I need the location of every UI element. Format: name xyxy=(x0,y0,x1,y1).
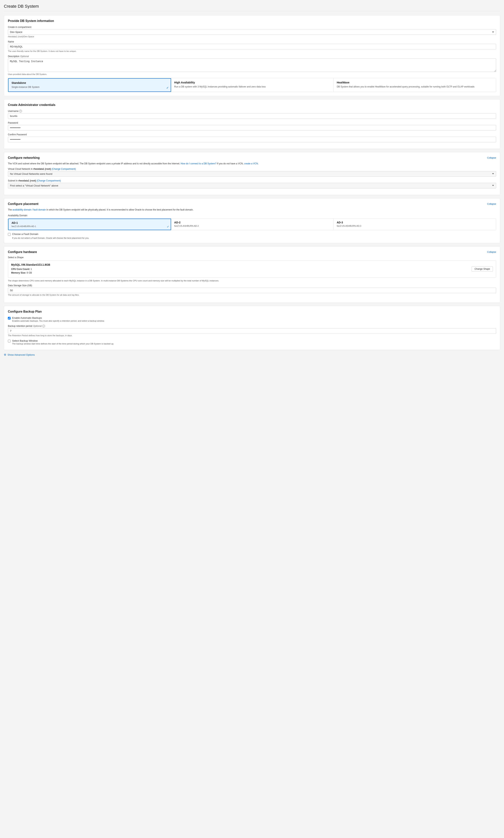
ad3-sub: fwcZ:US-ASHBURN-AD-3 xyxy=(337,225,493,227)
username-field: Username i xyxy=(8,110,496,119)
ad1-check: ✓ xyxy=(167,225,169,228)
description-label: Description Optional xyxy=(8,55,496,58)
name-input[interactable] xyxy=(8,44,496,49)
username-label: Username i xyxy=(8,110,496,112)
select-backup-window-hint: The backup window start time defines the… xyxy=(12,343,114,345)
description-textarea[interactable]: MySQL Testing Instance xyxy=(8,58,496,72)
placement-collapse[interactable]: Collapse xyxy=(487,203,496,205)
fault-domain-row: Choose a Fault Domain xyxy=(8,233,496,236)
subnet-select-wrapper: First select a "Virtual Cloud Network" a… xyxy=(8,183,496,189)
shape-box: MySQL.VM.Standard.E3.1.8GB CPU Core Coun… xyxy=(8,260,496,278)
ad2-sub: fwcZ:US-ASHBURN-AD-2 xyxy=(174,225,330,227)
type-card-heatwave[interactable]: HeatWave DB System that allows you to en… xyxy=(334,78,496,92)
select-shape-label: Select a Shape xyxy=(8,256,496,259)
type-card-standalone[interactable]: Standalone Single-instance DB System ✓ xyxy=(8,78,171,92)
name-label: Name xyxy=(8,40,496,43)
compartment-select[interactable]: Dev-Space xyxy=(8,29,496,35)
select-backup-window-checkbox[interactable] xyxy=(8,340,11,342)
availability-domain-label: Availability Domain xyxy=(8,214,496,217)
enable-backups-hint: Enables automatic backups. You must also… xyxy=(12,320,105,322)
password-input[interactable] xyxy=(8,125,496,130)
ha-desc: Run a DB system with 3 MySQL instances p… xyxy=(174,85,330,88)
hardware-section: Configure hardware Collapse Select a Sha… xyxy=(4,246,500,303)
enable-backups-row: Enable Automatic Backups Enables automat… xyxy=(8,317,496,322)
storage-input[interactable] xyxy=(8,288,496,293)
select-backup-window-label-group: Select Backup Window The backup window s… xyxy=(12,339,114,345)
confirm-password-input[interactable] xyxy=(8,137,496,142)
placement-header: Configure placement Collapse xyxy=(8,202,496,206)
change-shape-button[interactable]: Change Shape xyxy=(472,266,493,272)
fault-domain-section: Choose a Fault Domain If you do not sele… xyxy=(8,233,496,239)
vcn-select[interactable]: No Virtual Cloud Networks were found xyxy=(8,171,496,177)
retention-hint: The Retention Period defines how long to… xyxy=(8,334,496,337)
create-vcn-link[interactable]: create a VCN xyxy=(244,162,258,165)
shape-name: MySQL.VM.Standard.E3.1.8GB xyxy=(11,263,50,266)
ad1-title: AD-1 xyxy=(12,221,168,224)
hardware-collapse[interactable]: Collapse xyxy=(487,251,496,253)
heatwave-desc: DB System that allows you to enable Heat… xyxy=(337,85,493,88)
confirm-password-label: Confirm Password xyxy=(8,133,496,136)
fault-domain-checkbox[interactable] xyxy=(8,233,11,236)
ad1-sub: fwcZ:US-ASHBURN-AD-1 xyxy=(12,225,168,228)
networking-header: Configure networking Collapse xyxy=(8,156,496,160)
admin-credentials-section: Create Administrator credentials Usernam… xyxy=(4,99,500,149)
show-advanced-options-link[interactable]: Show Advanced Options xyxy=(7,353,35,356)
description-field: Description Optional MySQL Testing Insta… xyxy=(8,55,496,75)
enable-backups-checkbox[interactable] xyxy=(8,317,11,320)
hardware-title: Configure hardware xyxy=(8,250,37,254)
subnet-label: Subnet in rheodata1 (root) (Change Compa… xyxy=(8,179,496,182)
type-card-ha[interactable]: High Availability Run a DB system with 3… xyxy=(171,78,334,92)
confirm-password-field: Confirm Password xyxy=(8,133,496,142)
networking-desc: The VCN and subnet where the DB System e… xyxy=(8,162,496,165)
enable-backups-label-group: Enable Automatic Backups Enables automat… xyxy=(12,317,105,322)
backup-section: Configure Backup Plan Enable Automatic B… xyxy=(4,306,500,350)
vcn-change-compartment[interactable]: (Change Compartment) xyxy=(52,168,76,170)
networking-collapse[interactable]: Collapse xyxy=(487,157,496,159)
subnet-field: Subnet in rheodata1 (root) (Change Compa… xyxy=(8,179,496,189)
placement-title: Configure placement xyxy=(8,202,38,206)
compartment-field: Create in compartment Dev-Space rheodata… xyxy=(8,26,496,38)
ad-card-1[interactable]: AD-1 fwcZ:US-ASHBURN-AD-1 ✓ xyxy=(8,218,171,230)
compartment-breadcrumb: rheodata1 (root)/Dev-Space xyxy=(8,35,496,38)
provide-info-section: Provide DB System information Create in … xyxy=(4,15,500,96)
subnet-select[interactable]: First select a "Virtual Cloud Network" a… xyxy=(8,183,496,189)
ad-card-3[interactable]: AD-3 fwcZ:US-ASHBURN-AD-3 xyxy=(334,218,496,230)
retention-input[interactable] xyxy=(8,328,496,334)
storage-hint: The amount of storage to allocate to the… xyxy=(8,294,496,296)
ad-card-2[interactable]: AD-2 fwcZ:US-ASHBURN-AD-2 xyxy=(171,218,334,230)
compartment-label: Create in compartment xyxy=(8,26,496,29)
ha-title: High Availability xyxy=(174,81,330,84)
backup-title: Configure Backup Plan xyxy=(8,310,496,314)
availability-domain-cards: AD-1 fwcZ:US-ASHBURN-AD-1 ✓ AD-2 fwcZ:US… xyxy=(8,218,496,230)
name-hint: The user-friendly name for the DB System… xyxy=(8,50,496,52)
advanced-options-row: ⚙ Show Advanced Options xyxy=(4,353,500,356)
page-title: Create DB System xyxy=(4,4,500,11)
shape-hint: The shape determines CPU cores and memor… xyxy=(8,280,496,282)
vcn-field: Virtual Cloud Network in rheodata1 (root… xyxy=(8,168,496,177)
sliders-icon: ⚙ xyxy=(4,353,6,356)
password-field: Password xyxy=(8,122,496,130)
standalone-check: ✓ xyxy=(166,86,169,90)
password-label: Password xyxy=(8,122,496,124)
placement-section: Configure placement Collapse The availab… xyxy=(4,198,500,243)
ad2-title: AD-2 xyxy=(174,221,330,224)
name-field: Name The user-friendly name for the DB S… xyxy=(8,40,496,52)
networking-section: Configure networking Collapse The VCN an… xyxy=(4,152,500,195)
shape-details: CPU Core Count: 1 Memory Size: 8 GB xyxy=(11,267,50,275)
subnet-change-compartment[interactable]: (Change Compartment) xyxy=(37,179,61,182)
select-backup-window-row: Select Backup Window The backup window s… xyxy=(8,339,496,345)
storage-field: Data Storage Size (GB) The amount of sto… xyxy=(8,284,496,296)
placement-desc: The availability domain / fault domain i… xyxy=(8,208,496,212)
networking-title: Configure networking xyxy=(8,156,40,160)
admin-credentials-title: Create Administrator credentials xyxy=(8,103,496,107)
retention-info-icon: i xyxy=(42,325,45,327)
description-hint: User-provided data about the DB System. xyxy=(8,73,496,75)
shape-info: MySQL.VM.Standard.E3.1.8GB CPU Core Coun… xyxy=(11,263,50,275)
vcn-label: Virtual Cloud Network in rheodata1 (root… xyxy=(8,168,496,170)
availability-domain-link[interactable]: availability domain / fault domain xyxy=(13,208,46,211)
fault-domain-hint: If you do not select a Fault Domain, Ora… xyxy=(12,237,496,239)
standalone-title: Standalone xyxy=(12,81,168,84)
how-to-connect-link[interactable]: How do I connect to a DB System? xyxy=(181,162,216,165)
username-input[interactable] xyxy=(8,113,496,119)
select-backup-window-label: Select Backup Window xyxy=(12,339,114,342)
